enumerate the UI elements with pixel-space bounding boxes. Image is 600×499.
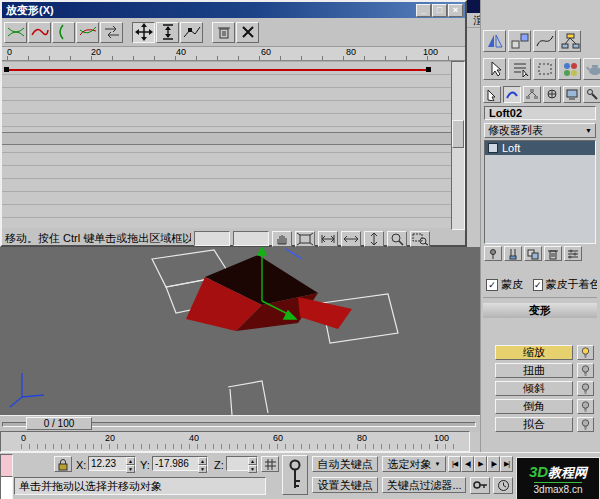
scale-curve[interactable]: [6, 69, 427, 71]
pan-button[interactable]: [272, 231, 292, 247]
twist-enable-toggle[interactable]: [577, 363, 594, 378]
reset-curve-button[interactable]: [236, 22, 259, 43]
delete-control-point-button[interactable]: [212, 22, 235, 43]
zoom-region-button[interactable]: [410, 231, 430, 247]
render-scene-button[interactable]: [583, 58, 600, 80]
auto-key-button[interactable]: 自动关键点: [312, 456, 378, 472]
go-to-start-button[interactable]: |◀: [448, 456, 461, 472]
z-spinner[interactable]: ▲ ▼: [248, 457, 257, 470]
maxscript-mini-listener-macro[interactable]: [0, 454, 13, 477]
maximize-button[interactable]: □: [432, 4, 447, 17]
play-button[interactable]: ▶: [474, 456, 487, 472]
zoom-vertically-button[interactable]: [364, 231, 384, 247]
deformations-rollout-header[interactable]: 变形: [483, 303, 597, 318]
dialog-titlebar[interactable]: 放变形(X) _ □ ×: [2, 2, 465, 18]
set-key-button[interactable]: 设置关键点: [312, 477, 378, 493]
close-button[interactable]: ×: [448, 4, 463, 17]
make-unique-button[interactable]: [524, 246, 542, 261]
tab-hierarchy[interactable]: [523, 86, 541, 103]
spinner-up-icon[interactable]: ▲: [126, 457, 135, 465]
pin-icon: [486, 248, 500, 260]
fit-deform-button[interactable]: 拟合: [495, 417, 573, 432]
align-button[interactable]: [508, 30, 531, 52]
make-symmetrical-button[interactable]: [4, 22, 27, 43]
configure-modifier-sets-button[interactable]: [564, 246, 582, 261]
spinner-down-icon[interactable]: ▼: [198, 465, 207, 473]
object-name-field[interactable]: Loft02: [484, 106, 596, 120]
spinner-down-icon[interactable]: ▼: [126, 465, 135, 473]
swap-deform-curves-button[interactable]: [100, 22, 123, 43]
skin-in-shaded-checkbox[interactable]: ✓ 蒙皮于着色视: [533, 277, 597, 292]
select-object-button[interactable]: [483, 58, 506, 80]
skin-checkbox[interactable]: ✓ 蒙皮: [486, 277, 530, 292]
insert-corner-point-button[interactable]: [180, 22, 203, 43]
x-spinner[interactable]: ▲ ▼: [126, 457, 135, 470]
previous-frame-button[interactable]: ◀|: [461, 456, 474, 472]
next-frame-button[interactable]: |▶: [487, 456, 500, 472]
key-mode-toggle[interactable]: [470, 477, 490, 494]
y-coord-field[interactable]: -17.986 ▲ ▼: [152, 456, 208, 471]
perspective-viewport[interactable]: [0, 247, 480, 415]
curve-y-field[interactable]: [233, 231, 269, 246]
schematic-view-button[interactable]: [558, 30, 581, 52]
grid-snap-toggle[interactable]: [261, 456, 279, 472]
bevel-enable-toggle[interactable]: [577, 399, 594, 414]
zoom-button[interactable]: [387, 231, 407, 247]
time-slider-handle[interactable]: 0 / 100: [26, 417, 92, 430]
spinner-up-icon[interactable]: ▲: [198, 457, 207, 465]
zoom-extents-button[interactable]: [295, 231, 315, 247]
display-x-axis-button[interactable]: [28, 22, 51, 43]
pin-stack-button[interactable]: [484, 246, 502, 261]
twist-deform-button[interactable]: 扭曲: [495, 363, 573, 378]
deform-curve-graph[interactable]: [2, 61, 451, 228]
modifier-list-dropdown[interactable]: 修改器列表 ▼: [484, 123, 596, 138]
track-bar[interactable]: 0 20 40 60 80 100: [0, 431, 470, 452]
x-coord-field[interactable]: 12.23 ▲ ▼: [88, 456, 136, 471]
scale-enable-toggle[interactable]: [577, 345, 594, 360]
curve-x-field[interactable]: [194, 231, 230, 246]
transform-lock-button[interactable]: [54, 456, 72, 472]
display-xy-axes-button[interactable]: [76, 22, 99, 43]
control-point-start[interactable]: [4, 67, 9, 72]
selected-objects-dropdown[interactable]: 选定对象 ▼: [382, 456, 446, 472]
tab-create[interactable]: [483, 86, 501, 103]
tab-utilities[interactable]: [583, 86, 600, 103]
key-filters-button[interactable]: 关键点过滤器...: [382, 477, 466, 493]
material-editor-button[interactable]: [558, 58, 581, 80]
stack-item-loft[interactable]: Loft: [485, 141, 595, 155]
mirror-button[interactable]: [483, 30, 506, 52]
maxscript-mini-listener[interactable]: [0, 476, 13, 499]
spinner-down-icon[interactable]: ▼: [248, 465, 257, 473]
remove-modifier-button[interactable]: [544, 246, 562, 261]
zoom-horizontally-button[interactable]: [341, 231, 361, 247]
time-configuration-button[interactable]: [493, 477, 513, 494]
graph-vertical-scrollbar[interactable]: [451, 61, 465, 230]
loft-object[interactable]: [186, 255, 352, 331]
move-control-point-button[interactable]: [132, 22, 155, 43]
tab-motion[interactable]: [543, 86, 561, 103]
scale-deform-button[interactable]: 缩放: [495, 345, 573, 360]
scrollbar-thumb[interactable]: [452, 120, 464, 148]
z-coord-field[interactable]: ▲ ▼: [226, 456, 258, 471]
scale-control-point-button[interactable]: [156, 22, 179, 43]
minimize-button[interactable]: _: [416, 4, 431, 17]
set-key-big-button[interactable]: [282, 455, 308, 495]
control-point-end[interactable]: [426, 67, 431, 72]
y-spinner[interactable]: ▲ ▼: [198, 457, 207, 470]
teeter-enable-toggle[interactable]: [577, 381, 594, 396]
select-by-name-button[interactable]: [508, 58, 531, 80]
curve-editor-button[interactable]: [533, 30, 556, 52]
bevel-deform-button[interactable]: 倒角: [495, 399, 573, 414]
selection-region-button[interactable]: [533, 58, 556, 80]
zoom-horizontal-extents-button[interactable]: [318, 231, 338, 247]
tab-modify[interactable]: [503, 86, 521, 103]
tab-display[interactable]: [563, 86, 581, 103]
display-y-axis-button[interactable]: [52, 22, 75, 43]
go-to-end-button[interactable]: ▶|: [500, 456, 513, 472]
fit-enable-toggle[interactable]: [577, 417, 594, 432]
time-slider[interactable]: 0 / 100: [0, 415, 480, 432]
show-end-result-button[interactable]: [504, 246, 522, 261]
modifier-stack[interactable]: Loft: [484, 140, 596, 244]
teeter-deform-button[interactable]: 倾斜: [495, 381, 573, 396]
spinner-up-icon[interactable]: ▲: [248, 457, 257, 465]
